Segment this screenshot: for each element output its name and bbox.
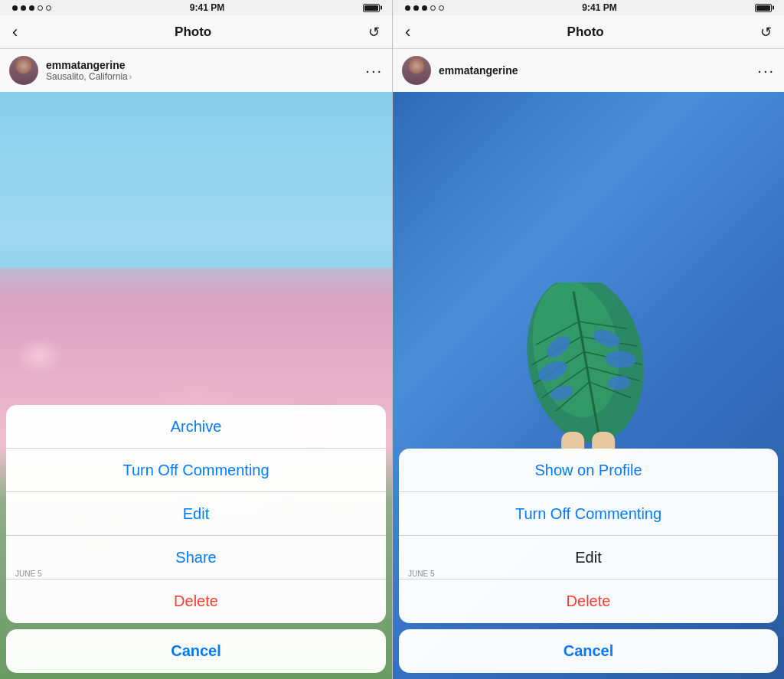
status-bar-left: 9:41 PM: [0, 0, 392, 15]
phone-left: 9:41 PM ‹ Photo ↺ emmatangerine Sausalit…: [0, 0, 392, 679]
cancel-label-right: Cancel: [564, 642, 614, 660]
nav-title-right: Photo: [567, 24, 604, 40]
action-sheet-right: Show on Profile Turn Off Commenting Edit…: [399, 449, 778, 623]
status-right-left: [363, 4, 380, 12]
photo-left: Archive Turn Off Commenting Edit Share D…: [0, 92, 392, 679]
action-turn-off-commenting-right[interactable]: Turn Off Commenting: [399, 492, 778, 536]
signal-dots-right: [405, 5, 444, 11]
photo-right-area: Show on Profile Turn Off Commenting Edit…: [393, 92, 784, 679]
rdot1: [405, 5, 410, 11]
dot4: [38, 5, 43, 11]
action-archive[interactable]: Archive: [6, 405, 386, 449]
dot2: [21, 5, 26, 11]
username-left[interactable]: emmatangerine: [46, 59, 358, 71]
refresh-button-left[interactable]: ↺: [368, 24, 380, 41]
action-delete-left[interactable]: Delete: [6, 579, 386, 623]
action-edit-left-label: Edit: [183, 505, 209, 523]
status-right-right: [755, 4, 772, 12]
location-text-left: Sausalito, California: [46, 71, 128, 82]
dot1: [12, 5, 18, 11]
status-time-left: 9:41 PM: [190, 2, 224, 13]
action-turn-off-commenting-left-label: Turn Off Commenting: [122, 462, 269, 479]
action-turn-off-commenting-left[interactable]: Turn Off Commenting: [6, 449, 386, 492]
cancel-sheet-right: Cancel: [399, 629, 778, 673]
action-sheet-overlay-right: Show on Profile Turn Off Commenting Edit…: [393, 449, 784, 679]
post-info-right: emmatangerine: [439, 64, 750, 77]
action-edit-right[interactable]: Edit: [399, 536, 778, 579]
date-left: JUNE 5: [6, 568, 51, 579]
action-archive-label: Archive: [171, 418, 222, 436]
status-time-right: 9:41 PM: [582, 2, 616, 13]
action-turn-off-commenting-right-label: Turn Off Commenting: [515, 505, 662, 523]
avatar-image-left: [9, 56, 38, 85]
battery-fill-left: [364, 5, 378, 11]
post-header-right: emmatangerine ···: [393, 49, 784, 92]
avatar-right[interactable]: [402, 56, 431, 85]
cancel-label-left: Cancel: [171, 642, 221, 660]
back-button-right[interactable]: ‹: [405, 24, 410, 41]
action-edit-left[interactable]: Edit: [6, 492, 386, 536]
avatar-left[interactable]: [9, 56, 38, 85]
action-edit-right-label: Edit: [575, 549, 601, 566]
location-left[interactable]: Sausalito, California ›: [46, 71, 358, 82]
status-bar-right: 9:41 PM: [393, 0, 784, 15]
nav-bar-right: ‹ Photo ↺: [393, 15, 784, 49]
nav-title-left: Photo: [175, 24, 211, 40]
date-right: JUNE 5: [399, 568, 443, 579]
action-delete-left-label: Delete: [174, 592, 218, 610]
battery-icon-left: [363, 4, 380, 12]
rdot4: [430, 5, 436, 11]
dot5: [46, 5, 51, 11]
action-sheet-overlay-left: Archive Turn Off Commenting Edit Share D…: [0, 405, 392, 679]
cancel-sheet-left: Cancel: [6, 629, 386, 673]
rdot3: [422, 5, 427, 11]
action-show-on-profile-label: Show on Profile: [534, 462, 642, 479]
username-right[interactable]: emmatangerine: [439, 64, 750, 77]
action-share-left[interactable]: Share: [6, 536, 386, 579]
cancel-button-right[interactable]: Cancel: [399, 629, 778, 673]
post-header-left: emmatangerine Sausalito, California › ··…: [0, 49, 392, 92]
action-delete-right[interactable]: Delete: [399, 579, 778, 623]
battery-fill-right: [756, 5, 770, 11]
dot3: [29, 5, 34, 11]
back-button-left[interactable]: ‹: [12, 24, 18, 41]
rdot5: [439, 5, 444, 11]
signal-dots-left: [12, 5, 51, 11]
action-share-left-label: Share: [175, 549, 216, 566]
action-sheet-left: Archive Turn Off Commenting Edit Share D…: [6, 405, 386, 623]
more-button-right[interactable]: ···: [757, 63, 775, 78]
cancel-button-left[interactable]: Cancel: [6, 629, 386, 673]
more-button-left[interactable]: ···: [365, 63, 383, 78]
action-delete-right-label: Delete: [567, 592, 611, 610]
rdot2: [413, 5, 419, 11]
phone-right: 9:41 PM ‹ Photo ↺ emmatangerine ···: [392, 0, 784, 679]
avatar-image-right: [402, 56, 431, 85]
post-info-left: emmatangerine Sausalito, California ›: [46, 59, 358, 82]
refresh-button-right[interactable]: ↺: [760, 24, 772, 41]
tropical-leaf-svg: [512, 282, 665, 459]
action-show-on-profile[interactable]: Show on Profile: [399, 449, 778, 492]
nav-bar-left: ‹ Photo ↺: [0, 15, 392, 49]
chevron-right-left: ›: [129, 73, 132, 81]
battery-icon-right: [755, 4, 772, 12]
